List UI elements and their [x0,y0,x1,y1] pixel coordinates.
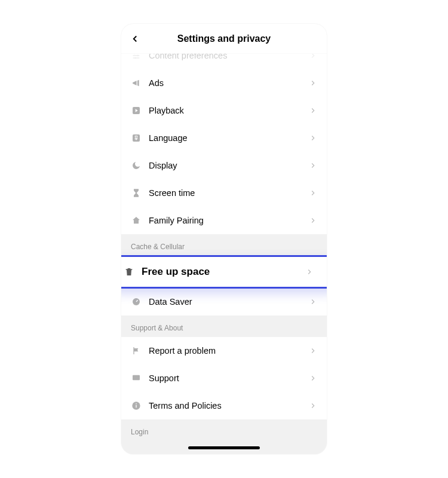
section-header-cache: Cache & Cellular [121,234,327,256]
language-icon [131,133,142,143]
settings-group-support: Report a problem Support Terms and Polic… [121,337,327,419]
row-label: Support [149,373,309,383]
section-header-login: Login [121,419,327,441]
chat-icon [131,373,142,384]
settings-row-family-pairing[interactable]: Family Pairing [121,207,327,234]
moon-icon [131,160,142,171]
row-label: Data Saver [149,297,309,307]
chevron-right-icon [309,54,317,60]
settings-row-free-up-space[interactable]: Free up space [121,256,327,288]
flag-icon [131,345,142,356]
chevron-right-icon [309,106,317,115]
settings-row-report-problem[interactable]: Report a problem [121,337,327,364]
chevron-right-icon [309,79,317,87]
home-icon [131,215,142,226]
settings-row-screen-time[interactable]: Screen time [121,179,327,207]
megaphone-icon [131,78,142,88]
row-label: Screen time [149,188,309,198]
settings-row-playback[interactable]: Playback [121,97,327,124]
home-indicator [188,446,260,449]
settings-row-ads[interactable]: Ads [121,69,327,97]
trash-icon [124,266,134,277]
settings-row-language[interactable]: Language [121,124,327,152]
chevron-right-icon [309,189,317,197]
play-icon [131,105,142,116]
section-header-support: Support & About [121,315,327,337]
row-label: Report a problem [149,346,309,356]
scroll-area[interactable]: Content preferences Ads Playback Languag… [121,54,327,454]
chevron-right-icon [309,298,317,306]
chevron-right-icon [309,347,317,355]
info-icon [131,400,142,411]
row-label: Ads [149,78,309,88]
row-label: Family Pairing [149,216,309,225]
settings-row-terms[interactable]: Terms and Policies [121,392,327,419]
hourglass-icon [131,188,142,198]
phone-frame: Settings and privacy Content preferences… [121,24,327,454]
sliders-icon [131,54,142,61]
settings-group-cache: Free up space Data Saver [121,256,327,315]
settings-row-display[interactable]: Display [121,152,327,179]
chevron-right-icon [309,374,317,382]
settings-row-support[interactable]: Support [121,364,327,392]
row-label: Free up space [142,266,305,278]
row-label: Display [149,161,309,170]
settings-group-top: Content preferences Ads Playback Languag… [121,54,327,234]
chevron-right-icon [305,268,314,276]
settings-row-content-preferences[interactable]: Content preferences [121,54,327,69]
back-icon [130,33,140,44]
header: Settings and privacy [121,24,327,54]
settings-row-data-saver[interactable]: Data Saver [121,288,327,315]
row-label: Content preferences [149,54,309,60]
chevron-right-icon [309,216,317,225]
chevron-right-icon [309,161,317,170]
chevron-right-icon [309,134,317,142]
row-label: Terms and Policies [149,401,309,410]
chevron-right-icon [309,402,317,410]
page-title: Settings and privacy [177,33,271,44]
back-button[interactable] [126,30,144,48]
row-label: Playback [149,106,309,115]
row-label: Language [149,133,309,143]
gauge-icon [131,296,142,307]
